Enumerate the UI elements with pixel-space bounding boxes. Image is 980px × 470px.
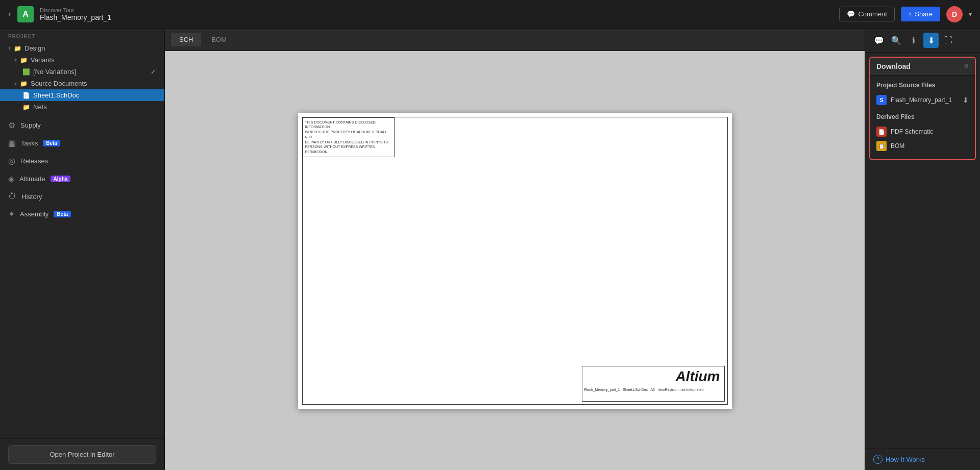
- tree-label-source-documents: Source Documents: [31, 80, 87, 87]
- chevron-down-icon: ▾: [14, 57, 17, 63]
- schematic-icon: 📄: [22, 92, 30, 99]
- derived-files-section: Derived Files 📄 PDF Schematic 📋 BOM: [876, 113, 969, 153]
- topbar-title: Discover Tour Flash_Memory_part_1: [40, 7, 111, 21]
- fullscreen-icon-button[interactable]: ⛶: [941, 33, 956, 48]
- assembly-badge: Beta: [54, 211, 71, 217]
- altimade-icon: ◈: [8, 174, 14, 184]
- sch-file-icon: S: [876, 95, 887, 105]
- sidebar-section-label: PROJECT: [0, 29, 164, 42]
- tree-label-sheet1: Sheet1.SchDoc: [33, 91, 79, 99]
- sidebar-item-no-variations[interactable]: 🟩 [No Variations] ✓: [0, 66, 164, 78]
- info-icon-button[interactable]: ℹ: [906, 33, 921, 48]
- comment-icon: 💬: [847, 10, 855, 18]
- schematic-sheet: THIS DOCUMENT CONTAINS DISCLOSED INFORMA…: [298, 113, 732, 409]
- nav-label-assembly: Assembly: [20, 210, 48, 218]
- schematic-notice: THIS DOCUMENT CONTAINS DISCLOSED INFORMA…: [303, 117, 395, 158]
- source-file-item: S Flash_Memory_part_1 ⬇: [876, 93, 969, 107]
- nav-label-history: History: [21, 193, 42, 201]
- open-project-editor-button[interactable]: Open Project in Editor: [8, 445, 156, 464]
- sidebar-item-nets[interactable]: 📁 Nets: [0, 101, 164, 113]
- folder-icon: 📁: [20, 80, 28, 87]
- sidebar-item-sheet1[interactable]: 📄 Sheet1.SchDoc: [0, 89, 164, 101]
- nav-item-releases[interactable]: ◎ Releases: [0, 152, 164, 170]
- tree-label-no-variations: [No Variations]: [33, 68, 76, 76]
- tab-sch[interactable]: SCH: [171, 33, 201, 46]
- checkmark-icon: ✓: [151, 68, 156, 76]
- sidebar-footer: Open Project in Editor: [0, 438, 164, 470]
- download-icon-button[interactable]: ⬇: [923, 33, 939, 48]
- history-icon: ⏱: [8, 192, 16, 201]
- bom-icon: 📋: [876, 141, 887, 151]
- download-panel-body: Project Source Files S Flash_Memory_part…: [870, 76, 975, 159]
- nav-item-assembly[interactable]: ✦ Assembly Beta: [0, 205, 164, 223]
- folder-icon: 📁: [20, 57, 28, 64]
- assembly-icon: ✦: [8, 209, 15, 219]
- tree-label-design: Design: [24, 44, 45, 52]
- sidebar-item-source-documents[interactable]: ▾ 📁 Source Documents: [0, 78, 164, 89]
- app-logo: A: [17, 6, 34, 22]
- tab-bom[interactable]: BOM: [203, 33, 235, 46]
- schematic-area[interactable]: THIS DOCUMENT CONTAINS DISCLOSED INFORMA…: [165, 51, 865, 470]
- breadcrumb: Discover Tour: [40, 7, 111, 13]
- releases-icon: ◎: [8, 156, 15, 166]
- nav-section: ⚙ Supply ▦ Tasks Beta ◎ Releases ◈ Altim…: [0, 113, 164, 226]
- pdf-icon: 📄: [876, 127, 887, 137]
- nav-label-tasks: Tasks: [21, 139, 38, 147]
- search-icon-button[interactable]: 🔍: [889, 33, 904, 48]
- download-panel: Download × Project Source Files S Flash_…: [869, 57, 976, 160]
- sidebar: PROJECT ▾ 📁 Design ▾ 📁 Variants 🟩 [No Va…: [0, 29, 165, 470]
- avatar-chevron-icon[interactable]: ▾: [969, 11, 972, 18]
- schematic-border: THIS DOCUMENT CONTAINS DISCLOSED INFORMA…: [302, 117, 728, 405]
- download-panel-header: Download ×: [870, 58, 975, 76]
- project-source-label: Project Source Files: [876, 82, 969, 89]
- folder-icon: 📁: [22, 104, 30, 111]
- nav-item-supply[interactable]: ⚙ Supply: [0, 116, 164, 134]
- supply-icon: ⚙: [8, 120, 15, 130]
- share-icon: ↑: [909, 10, 912, 18]
- back-button[interactable]: ‹: [8, 9, 11, 19]
- nav-label-releases: Releases: [20, 157, 48, 165]
- download-panel-title: Download: [876, 62, 911, 70]
- tab-bar: SCH BOM: [165, 29, 865, 51]
- altimade-badge: Alpha: [51, 176, 71, 182]
- nav-item-history[interactable]: ⏱ History: [0, 188, 164, 205]
- nav-item-altimade[interactable]: ◈ Altimade Alpha: [0, 170, 164, 188]
- derived-file-bom: 📋 BOM: [876, 139, 969, 153]
- tree-label-nets: Nets: [33, 103, 47, 111]
- how-it-works-link[interactable]: How It Works: [886, 456, 925, 463]
- right-panel: 💬 🔍 ℹ ⬇ ⛶ Download × Project Source File…: [865, 29, 980, 470]
- help-icon: ?: [873, 455, 883, 464]
- comment-icon-button[interactable]: 💬: [871, 33, 887, 48]
- topbar: ‹ A Discover Tour Flash_Memory_part_1 💬 …: [0, 0, 980, 29]
- avatar[interactable]: D: [946, 6, 963, 22]
- altium-logo: Altium: [582, 366, 724, 387]
- source-file-name: Flash_Memory_part_1: [891, 96, 959, 104]
- right-panel-footer: ? How It Works: [865, 448, 980, 470]
- nav-label-altimade: Altimade: [19, 175, 45, 183]
- tasks-badge: Beta: [43, 140, 60, 146]
- chevron-down-icon: ▾: [14, 81, 17, 86]
- schematic-title-block: Flash_Memory_part_1 Sheet1.SchDoc A3 Ite…: [582, 387, 724, 392]
- nav-item-tasks[interactable]: ▦ Tasks Beta: [0, 134, 164, 152]
- sidebar-item-design[interactable]: ▾ 📁 Design: [0, 42, 164, 54]
- derived-file-pdf-name: PDF Schematic: [891, 128, 969, 135]
- derived-file-bom-name: BOM: [891, 142, 969, 150]
- source-file-download-button[interactable]: ⬇: [963, 96, 969, 104]
- nav-label-supply: Supply: [20, 121, 41, 129]
- sidebar-item-variants[interactable]: ▾ 📁 Variants: [0, 54, 164, 66]
- variant-icon: 🟩: [22, 68, 30, 76]
- main-layout: PROJECT ▾ 📁 Design ▾ 📁 Variants 🟩 [No Va…: [0, 29, 980, 470]
- right-panel-toolbar: 💬 🔍 ℹ ⬇ ⛶: [865, 29, 980, 53]
- tree-label-variants: Variants: [31, 56, 55, 64]
- close-download-panel-button[interactable]: ×: [964, 62, 969, 71]
- folder-icon: 📁: [14, 45, 21, 52]
- tasks-icon: ▦: [8, 138, 16, 148]
- share-button[interactable]: ↑ Share: [901, 7, 940, 21]
- comment-button[interactable]: 💬 Comment: [839, 7, 894, 21]
- chevron-down-icon: ▾: [8, 45, 11, 51]
- filename: Flash_Memory_part_1: [40, 13, 111, 21]
- derived-file-pdf: 📄 PDF Schematic: [876, 125, 969, 139]
- derived-files-label: Derived Files: [876, 113, 969, 120]
- schematic-info-block: Altium Flash_Memory_part_1 Sheet1.SchDoc…: [582, 366, 725, 402]
- main-content: SCH BOM THIS DOCUMENT CONTAINS DISCLOSED…: [165, 29, 865, 470]
